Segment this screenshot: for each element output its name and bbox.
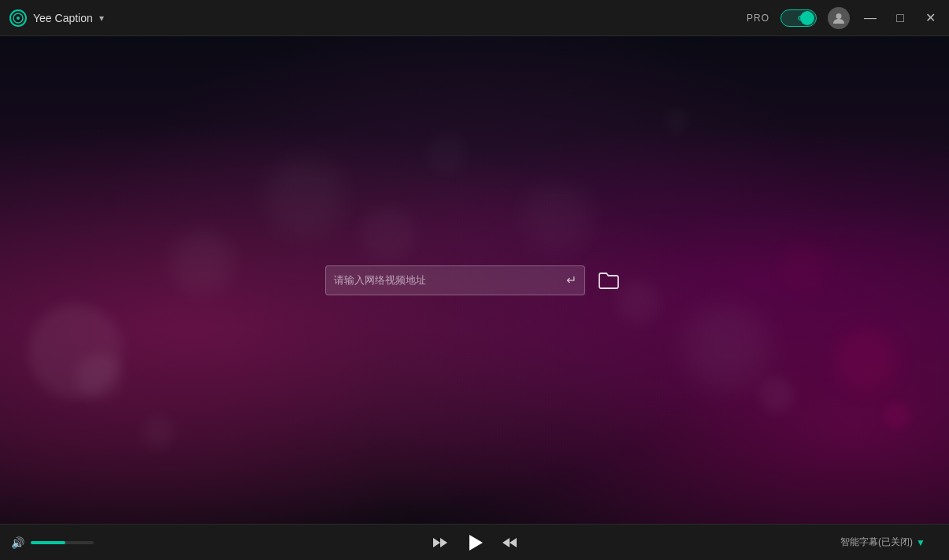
play-button[interactable]: [465, 532, 485, 553]
pro-toggle[interactable]: OFF: [780, 9, 817, 27]
titlebar-right: PRO OFF — □ ✕: [747, 7, 940, 29]
bokeh-14: [778, 241, 829, 292]
volume-bar[interactable]: [31, 541, 94, 544]
caption-status-area: 智能字幕(已关闭) ▼: [840, 536, 925, 549]
user-avatar[interactable]: [828, 7, 850, 29]
svg-marker-5: [469, 535, 483, 551]
bokeh-3: [143, 417, 174, 448]
bokeh-11: [759, 377, 795, 413]
caption-dropdown-icon[interactable]: ▼: [916, 537, 925, 548]
bokeh-13: [883, 402, 910, 429]
svg-point-1: [17, 17, 20, 20]
bokeh-5: [265, 158, 344, 237]
svg-point-2: [836, 13, 842, 19]
svg-marker-3: [433, 538, 440, 547]
svg-marker-4: [440, 538, 447, 547]
app-title: Yee Caption: [33, 12, 93, 24]
titlebar-left: Yee Caption ▾: [9, 9, 104, 27]
pro-label: PRO: [747, 13, 769, 24]
rewind-button[interactable]: [432, 534, 449, 551]
bokeh-6: [361, 207, 416, 262]
app-logo: [9, 9, 27, 27]
playback-controls: [432, 532, 518, 553]
caption-status-text: 智能字幕(已关闭): [840, 536, 913, 549]
minimize-button[interactable]: —: [861, 12, 880, 24]
bokeh-15: [665, 109, 688, 133]
svg-marker-7: [510, 538, 517, 547]
url-input-area: ↵: [325, 265, 625, 295]
bokeh-10: [684, 304, 770, 391]
titlebar: Yee Caption ▾ PRO OFF — □ ✕: [0, 0, 949, 36]
volume-fill: [31, 541, 65, 544]
bokeh-4: [171, 232, 234, 295]
toggle-knob: [800, 11, 814, 25]
close-button[interactable]: ✕: [921, 12, 940, 24]
bottombar: 🔊 智能字幕(已关闭) ▼: [0, 524, 949, 560]
fastforward-button[interactable]: [501, 534, 518, 551]
bokeh-7: [427, 134, 466, 173]
enter-icon[interactable]: ↵: [566, 273, 576, 287]
volume-area: 🔊: [11, 536, 129, 549]
folder-button[interactable]: [593, 265, 625, 295]
svg-marker-6: [502, 538, 510, 547]
volume-icon: 🔊: [11, 536, 24, 549]
maximize-button[interactable]: □: [891, 12, 910, 24]
bokeh-8: [522, 183, 593, 254]
main-area: ↵: [0, 36, 949, 524]
url-input-wrapper: ↵: [325, 265, 585, 295]
dropdown-arrow-icon[interactable]: ▾: [99, 13, 104, 24]
url-input[interactable]: [334, 274, 566, 286]
